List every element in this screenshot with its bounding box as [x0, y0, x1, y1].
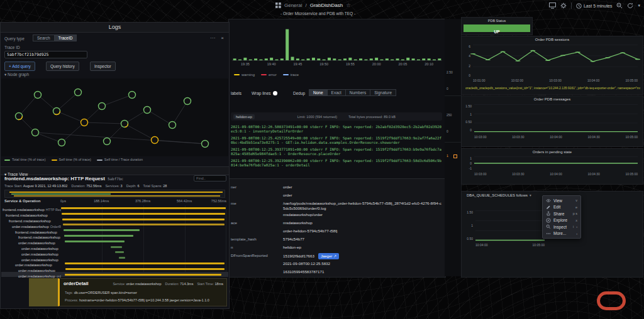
- node-graph-section-header[interactable]: ▾ Node graph: [4, 72, 29, 77]
- ruler-tick: 376.28ms: [135, 199, 150, 203]
- common-label-chip[interactable]: helidon-ep: [233, 114, 255, 119]
- dedup-option[interactable]: Signature: [370, 89, 396, 96]
- span-duration-bar[interactable]: [65, 274, 221, 276]
- menu-item-inspect[interactable]: Inspecti›: [543, 224, 580, 230]
- log-field-row: order-helidon-5794c54b77-t58fj: [229, 228, 445, 236]
- legend-swatch: [261, 74, 267, 75]
- field-key: me: [229, 201, 283, 211]
- span-color-block: [29, 278, 58, 306]
- query-history-button[interactable]: Query history: [46, 62, 79, 71]
- breadcrumb-folder[interactable]: General: [284, 3, 302, 8]
- log-volume-histogram[interactable]: [232, 26, 442, 61]
- zoom-out-icon[interactable]: [616, 3, 623, 9]
- panel-title[interactable]: Order PDB sessions: [462, 38, 643, 41]
- pdb-sessions-panel: Order PDB sessions 6420 10:01:0010:02:00…: [461, 36, 643, 95]
- y-tick: 0.50: [463, 120, 472, 124]
- apps-grid-icon[interactable]: [275, 3, 281, 8]
- query-type-tab[interactable]: TraceID: [54, 35, 77, 41]
- span-duration-bar[interactable]: [62, 219, 225, 220]
- query-type-tab[interactable]: Search: [33, 35, 55, 41]
- unique-labels-fragment[interactable]: labels: [231, 91, 242, 95]
- span-detail-box: orderDetail Service: order.msdataworksho…: [58, 278, 227, 306]
- ruler-tick: 0μs: [60, 199, 66, 203]
- span-duration-bar[interactable]: [65, 241, 124, 242]
- dedup-option[interactable]: None: [309, 89, 328, 96]
- log-line[interactable]: 2021-09-08T00:12:26.580373491+00:00 stde…: [231, 125, 443, 134]
- x-tick: 10:05:00: [533, 243, 545, 247]
- remove-query-icon[interactable]: ×: [221, 36, 224, 41]
- span-process-row[interactable]: Process: hostname=order-helidon-5794c54b…: [65, 298, 224, 302]
- histogram-x-axis: 19:3519:4019:4519:5019:5520:0020:0520:10: [232, 62, 442, 66]
- span-detail-title: orderDetail: [64, 281, 89, 286]
- logs-window-title[interactable]: Logs: [1, 23, 229, 33]
- panel-title-row[interactable]: DBA_QUEUE_SCHEDULES follows ▾: [467, 193, 531, 197]
- span-duration-bar[interactable]: [64, 235, 133, 237]
- query-options-icon[interactable]: ⋯: [210, 36, 215, 41]
- refresh-icon[interactable]: [627, 3, 633, 9]
- inspector-button[interactable]: Inspector: [90, 62, 116, 71]
- dba-chart[interactable]: [475, 210, 545, 241]
- series-legend[interactable]: oracledb_oraclepdb_sessions_value{inst_i…: [465, 86, 640, 90]
- span-duration-bar[interactable]: [65, 262, 225, 264]
- node-graph-canvas[interactable]: [1, 78, 228, 156]
- y-tick: 1: [463, 156, 472, 160]
- menu-item-share[interactable]: Sharep s: [543, 210, 580, 217]
- y-axis-ticks: 6420: [463, 45, 470, 77]
- jaeger-button[interactable]: Jaeger↗: [318, 253, 339, 259]
- breadcrumb-dashboard[interactable]: GrabDishDash: [310, 3, 343, 8]
- breadcrumb-separator: /: [305, 3, 306, 8]
- pending-chart[interactable]: [474, 156, 638, 170]
- header-divider: [571, 3, 572, 9]
- menu-item-edit[interactable]: Edite: [543, 204, 580, 211]
- trace-view-section-header[interactable]: ▾ Trace View: [1, 166, 229, 175]
- field-value: 5794c54b77: [283, 237, 445, 244]
- x-tick: 10:03:00: [474, 135, 486, 139]
- log-field-row: ner order: [229, 184, 445, 192]
- cycle-view-icon[interactable]: [549, 3, 556, 9]
- sessions-chart[interactable]: [473, 45, 638, 77]
- y-tick: -1: [463, 166, 472, 170]
- panel-title[interactable]: Orders in pending state: [462, 150, 643, 154]
- star-icon[interactable]: ☆: [346, 3, 350, 8]
- chevron-down-icon: ▾: [530, 193, 531, 197]
- span-duration-bar[interactable]: [115, 251, 123, 253]
- log-line[interactable]: 2021-09-08T00:12:25.425725549+00:00 stde…: [231, 136, 443, 145]
- magnifier-icon: [546, 224, 551, 229]
- dedup-option[interactable]: Numbers: [345, 89, 370, 96]
- span-duration-bar[interactable]: [119, 257, 125, 259]
- messages-chart[interactable]: [474, 104, 638, 132]
- add-query-button[interactable]: + Add query: [4, 62, 35, 71]
- panel-title[interactable]: PDB Status: [462, 19, 532, 23]
- legend-item[interactable]: warning: [234, 73, 255, 77]
- compass-icon: [546, 218, 551, 223]
- span-duration-bar[interactable]: [64, 229, 140, 231]
- log-line[interactable]: 2021-09-08T00:12:25.393771891+00:00 stde…: [231, 148, 443, 156]
- span-duration-bar[interactable]: [61, 207, 226, 209]
- dedup-option[interactable]: Exact: [327, 89, 346, 96]
- span-duration-bar[interactable]: [111, 246, 122, 248]
- menu-item-view[interactable]: Viewv: [543, 197, 580, 204]
- span-duration-bar[interactable]: [62, 213, 225, 215]
- x-tick: 10:03:30: [512, 135, 524, 139]
- x-tick: 10:03:00: [474, 172, 486, 176]
- time-range-picker[interactable]: Last 5 minutes: [576, 3, 613, 9]
- field-value: 1631059945583787171: [283, 269, 445, 276]
- span-duration-bar[interactable]: [63, 224, 225, 225]
- x-tick: 10:05:00: [626, 78, 638, 82]
- panel-title[interactable]: Order PDB messages: [462, 97, 643, 101]
- trace-minimap[interactable]: [4, 190, 225, 198]
- span-tags-row[interactable]: Tags: db.user=ORDERUSER span.kind=server: [65, 291, 224, 295]
- refresh-caret-icon[interactable]: ▾: [638, 3, 640, 8]
- trace-find-input[interactable]: [194, 175, 226, 181]
- span-duration-bar[interactable]: [65, 268, 225, 270]
- menu-item-more[interactable]: More...›: [543, 230, 580, 237]
- legend-item[interactable]: error: [261, 73, 277, 77]
- legend-item[interactable]: trace: [283, 73, 299, 77]
- trace-span-row[interactable]: order.msdataworkshoporderDetail: [1, 272, 228, 278]
- menu-item-explore[interactable]: Explorex: [543, 217, 580, 224]
- trace-meta: Trace Start: August 9 2021, 12:49:13.802…: [4, 184, 167, 188]
- span-track: [61, 222, 226, 227]
- log-line[interactable]: 2021-09-08T00:12:25.392390062+00:00 stde…: [231, 159, 443, 168]
- gear-icon[interactable]: [560, 3, 567, 9]
- trace-id-input[interactable]: [4, 51, 87, 58]
